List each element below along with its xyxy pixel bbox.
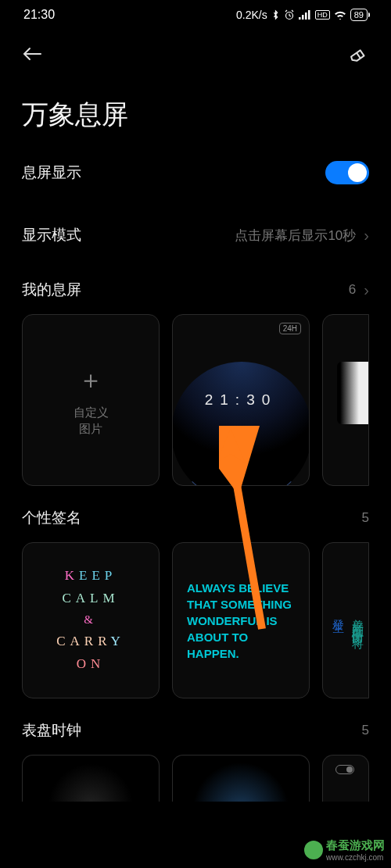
- card-keep-calm[interactable]: KKEEPEEP CALM & CARRYCARRY ON: [22, 542, 160, 698]
- my-aod-cards: ＋ 自定义 图片 24H 21:30: [0, 311, 391, 494]
- keep-calm-text: KKEEPEEP CALM & CARRYCARRY ON: [56, 565, 125, 675]
- signature-cards: KKEEPEEP CALM & CARRYCARRY ON ALWAYS BEL…: [0, 539, 391, 706]
- eraser-icon[interactable]: [347, 42, 369, 67]
- aod-toggle[interactable]: [325, 161, 369, 184]
- dial-card-1[interactable]: [22, 755, 160, 802]
- aod-display-label: 息屏显示: [22, 163, 81, 183]
- signal-icon: [299, 10, 311, 20]
- section-signature[interactable]: 个性签名 5: [0, 494, 391, 539]
- dial-clock-cards: [0, 752, 391, 809]
- svg-rect-2: [302, 15, 304, 20]
- dial-card-3[interactable]: [322, 755, 369, 802]
- dial-clock-title: 表盘时钟: [22, 720, 81, 741]
- net-speed: 0.2K/s: [236, 9, 267, 21]
- hd-icon: HD: [315, 10, 330, 20]
- status-bar: 21:30 0.2K/s HD 89: [0, 0, 391, 27]
- svg-rect-1: [299, 17, 301, 20]
- chevron-right-icon: ›: [364, 281, 369, 299]
- setting-aod-display[interactable]: 息屏显示: [0, 141, 391, 205]
- page-title: 万象息屏: [0, 75, 391, 141]
- status-time: 21:30: [23, 8, 55, 22]
- section-dial-clock[interactable]: 表盘时钟 5: [0, 706, 391, 752]
- back-button[interactable]: [22, 43, 42, 67]
- custom-image-label: 自定义 图片: [74, 404, 109, 437]
- signature-title: 个性签名: [22, 508, 81, 528]
- clock-arc: [172, 362, 310, 486]
- wifi-icon: [334, 10, 346, 20]
- dial-card-2[interactable]: [172, 755, 310, 802]
- dial-toggle-icon: [335, 765, 354, 774]
- header: [0, 27, 391, 75]
- svg-rect-4: [308, 10, 310, 20]
- my-aod-count: 6 ›: [349, 281, 369, 299]
- chevron-right-icon: ›: [364, 227, 369, 245]
- display-mode-label: 显示模式: [22, 225, 81, 245]
- display-mode-value: 点击屏幕后显示10秒 ›: [235, 227, 369, 245]
- card-partial[interactable]: [322, 314, 369, 486]
- card-clock-preview[interactable]: 24H 21:30: [172, 314, 310, 486]
- signature-count: 5: [362, 510, 369, 526]
- badge-24h: 24H: [279, 323, 301, 334]
- status-right: 0.2K/s HD 89: [236, 9, 368, 21]
- section-my-aod[interactable]: 我的息屏 6 ›: [0, 266, 391, 311]
- battery-icon: 89: [350, 9, 368, 21]
- my-aod-title: 我的息屏: [22, 280, 81, 300]
- card-believe[interactable]: ALWAYS BELIEVE THAT SOMETHING WONDERFUL …: [172, 542, 310, 698]
- card-custom-image[interactable]: ＋ 自定义 图片: [22, 314, 160, 486]
- plus-icon: ＋: [78, 363, 103, 398]
- partial-preview: [337, 362, 368, 424]
- alarm-icon: [284, 9, 295, 20]
- setting-display-mode[interactable]: 显示模式 点击屏幕后显示10秒 ›: [0, 205, 391, 266]
- clock-time: 21:30: [205, 391, 278, 409]
- card-chinese-partial[interactable]: 發生 美好的事情即将: [322, 542, 369, 698]
- bluetooth-icon: [271, 9, 280, 20]
- watermark: 春蚕游戏网 www.czchkj.com: [304, 838, 385, 862]
- watermark-logo: [304, 841, 323, 859]
- svg-rect-3: [305, 13, 307, 20]
- believe-text: ALWAYS BELIEVE THAT SOMETHING WONDERFUL …: [173, 580, 309, 662]
- dial-clock-count: 5: [362, 723, 369, 738]
- chinese-vertical-text: 發生 美好的事情即将: [326, 609, 365, 631]
